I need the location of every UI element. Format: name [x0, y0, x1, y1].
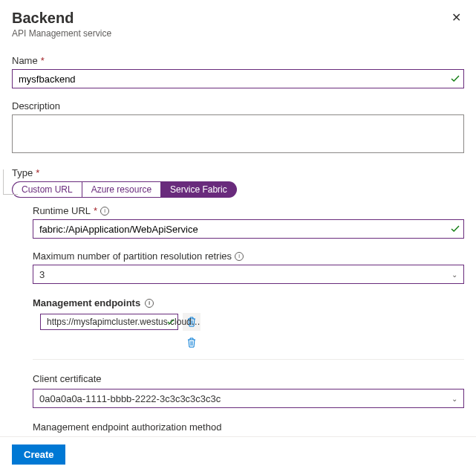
- divider: [33, 359, 464, 360]
- info-icon[interactable]: i: [145, 299, 154, 308]
- mgmt-endpoint-item[interactable]: https://mysfapimcluster.westus.cloud…: [40, 314, 178, 330]
- create-button[interactable]: Create: [12, 444, 65, 465]
- checkmark-icon: [167, 318, 175, 326]
- name-input[interactable]: [12, 69, 464, 88]
- chevron-down-icon: ⌄: [451, 395, 457, 403]
- retries-select[interactable]: 3 ⌄: [33, 265, 464, 284]
- close-button[interactable]: ✕: [449, 9, 464, 27]
- mgmt-endpoints-label: Management endpoints i: [33, 297, 464, 308]
- retries-label: Maximum number of partition resolution r…: [33, 250, 464, 262]
- runtime-url-label: Runtime URL* i: [33, 205, 464, 216]
- delete-endpoint-button[interactable]: [183, 334, 200, 352]
- type-option-service-fabric[interactable]: Service Fabric: [161, 181, 237, 198]
- type-selector[interactable]: Custom URL Azure resource Service Fabric: [12, 181, 237, 198]
- chevron-down-icon: ⌄: [451, 271, 457, 279]
- description-label: Description: [12, 100, 464, 111]
- indent-connector: [3, 169, 18, 195]
- panel-title: Backend: [12, 9, 111, 27]
- type-option-custom-url[interactable]: Custom URL: [12, 181, 82, 198]
- panel-subtitle: API Management service: [12, 28, 111, 39]
- auth-method-label: Management endpoint authorization method: [33, 421, 464, 433]
- trash-icon: [187, 337, 196, 348]
- info-icon[interactable]: i: [100, 207, 109, 216]
- type-option-azure-resource[interactable]: Azure resource: [82, 181, 161, 198]
- type-label: Type*: [12, 167, 464, 178]
- client-cert-label: Client certificate: [33, 373, 464, 384]
- runtime-url-input[interactable]: [33, 219, 464, 239]
- info-icon[interactable]: i: [235, 252, 244, 261]
- description-input[interactable]: [12, 114, 464, 153]
- name-label: Name*: [12, 55, 464, 66]
- client-cert-select[interactable]: 0a0a0a0a-1111-bbbb-2222-3c3c3c3c3c3c ⌄: [33, 389, 464, 408]
